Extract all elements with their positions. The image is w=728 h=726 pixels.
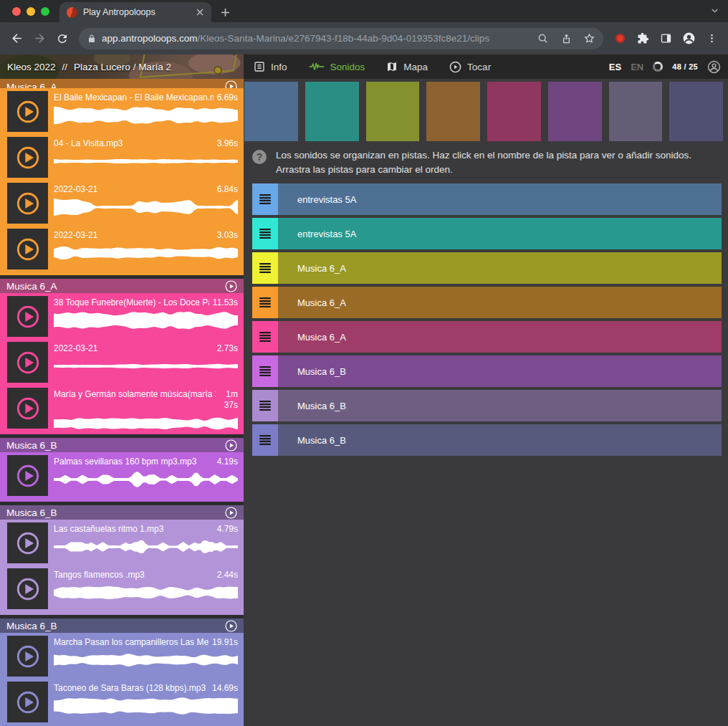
clip-duration: 14.69s bbox=[212, 683, 238, 693]
track-name-button[interactable]: Musica 6_B bbox=[278, 355, 722, 387]
clip-play-button[interactable] bbox=[7, 183, 48, 224]
zoom-icon[interactable] bbox=[535, 30, 552, 47]
track-name-button[interactable]: Musica 6_B bbox=[278, 390, 722, 421]
address-bar[interactable]: app.antropoloops.com/Kleos-Santa-Marina/… bbox=[79, 28, 603, 49]
track-row[interactable]: Musica 6_B bbox=[252, 424, 722, 456]
side-panel-icon[interactable] bbox=[655, 28, 676, 49]
close-window-button[interactable] bbox=[12, 7, 21, 16]
clip-play-button[interactable] bbox=[7, 229, 48, 269]
breadcrumb[interactable]: Kleos 2022 // Plaza Lucero / María 2 bbox=[0, 54, 244, 79]
reload-button[interactable] bbox=[52, 28, 73, 49]
track-color-swatch[interactable] bbox=[669, 82, 723, 141]
track-drag-handle[interactable] bbox=[252, 424, 278, 456]
track-drag-handle[interactable] bbox=[252, 355, 278, 387]
track-row[interactable]: Musica 6_A bbox=[252, 321, 722, 353]
breadcrumb-project[interactable]: Kleos 2022 bbox=[7, 62, 56, 72]
browser-menu-icon[interactable] bbox=[701, 28, 722, 49]
clip-row[interactable]: El Baile Mexicapan - El Baile Mexicapan.… bbox=[0, 88, 244, 134]
clip-row[interactable]: Taconeo de Sara Baras (128 kbps).mp3 14.… bbox=[0, 679, 244, 725]
track-drag-handle[interactable] bbox=[252, 390, 278, 421]
track-drag-handle[interactable] bbox=[252, 321, 278, 353]
extensions-puzzle-icon[interactable] bbox=[632, 28, 653, 49]
tab-close-icon[interactable] bbox=[194, 6, 206, 18]
track-row[interactable]: Musica 6_B bbox=[252, 355, 722, 387]
nav-tab-info[interactable]: Info bbox=[254, 61, 287, 72]
fullscreen-window-button[interactable] bbox=[41, 7, 49, 16]
nav-tab-tocar[interactable]: Tocar bbox=[449, 61, 491, 73]
lang-es-button[interactable]: ES bbox=[609, 62, 621, 72]
profile-avatar-icon[interactable] bbox=[678, 28, 699, 49]
clip-play-button[interactable] bbox=[7, 455, 48, 496]
section-header[interactable]: Musica 6_B bbox=[0, 618, 244, 633]
clip-row[interactable]: 2022-03-21 6.84s bbox=[0, 180, 244, 226]
section-header[interactable]: Musica 6_B bbox=[0, 438, 244, 452]
clip-play-button[interactable] bbox=[7, 342, 48, 383]
track-color-swatch[interactable] bbox=[548, 82, 602, 141]
section-header[interactable]: Musica 6_B bbox=[0, 505, 244, 520]
url-text[interactable]: app.antropoloops.com/Kleos-Santa-Marina/… bbox=[102, 33, 529, 44]
section-header[interactable]: Musica 6_A bbox=[0, 279, 244, 293]
section-play-icon[interactable] bbox=[225, 280, 237, 292]
clip-row[interactable]: Marcha Pasan los campanilleros Las Mejor… bbox=[0, 633, 244, 679]
clip-row[interactable]: Tangos flamencos .mp3 2.44s bbox=[0, 565, 244, 611]
track-drag-handle[interactable] bbox=[252, 252, 278, 284]
track-name-button[interactable]: Musica 6_B bbox=[278, 424, 722, 456]
track-color-swatch[interactable] bbox=[426, 82, 480, 141]
track-color-swatch[interactable] bbox=[366, 82, 420, 141]
tab-search-chevron-icon[interactable] bbox=[710, 6, 719, 15]
clip-play-button[interactable] bbox=[7, 91, 48, 132]
track-color-swatch[interactable] bbox=[244, 82, 298, 141]
clip-row[interactable]: 38 Toque Funebre(Muerte) - Los Doce Par.… bbox=[0, 293, 244, 339]
track-row[interactable]: Musica 6_A bbox=[252, 252, 722, 284]
track-name-button[interactable]: Musica 6_A bbox=[278, 287, 722, 318]
account-icon[interactable] bbox=[707, 60, 721, 74]
clip-play-button[interactable] bbox=[7, 636, 48, 677]
track-color-swatch[interactable] bbox=[609, 82, 663, 141]
nav-tab-sonidos[interactable]: Sonidos bbox=[309, 61, 365, 72]
clip-play-button[interactable] bbox=[7, 388, 48, 429]
share-icon[interactable] bbox=[557, 30, 575, 47]
forward-button[interactable] bbox=[29, 28, 50, 49]
clip-row[interactable]: Palmas sevillanas 160 bpm mp3.mp3 4.19s bbox=[0, 452, 244, 498]
section-title: Musica 6_B bbox=[6, 440, 219, 451]
track-row[interactable]: Musica 6_A bbox=[252, 287, 722, 318]
clip-play-button[interactable] bbox=[7, 137, 48, 178]
lang-en-button[interactable]: EN bbox=[631, 62, 643, 72]
clip-row[interactable]: 04 - La Visita.mp3 3.96s bbox=[0, 134, 244, 180]
bookmark-star-icon[interactable] bbox=[580, 30, 598, 47]
breadcrumb-page[interactable]: Plaza Lucero / María 2 bbox=[74, 62, 171, 72]
back-button[interactable] bbox=[6, 28, 27, 49]
clip-play-button[interactable] bbox=[7, 296, 48, 337]
track-name-button[interactable]: entrevistas 5A bbox=[278, 218, 722, 249]
track-color-swatch[interactable] bbox=[305, 82, 359, 141]
track-name-button[interactable]: Musica 6_A bbox=[278, 321, 722, 353]
track-name-button[interactable]: Musica 6_A bbox=[278, 252, 722, 284]
track-drag-handle[interactable] bbox=[252, 183, 278, 215]
track-drag-handle[interactable] bbox=[252, 218, 278, 249]
tab-title: Play Antropoloops bbox=[83, 7, 188, 17]
track-name-button[interactable]: entrevistas 5A bbox=[278, 183, 722, 215]
clip-play-button[interactable] bbox=[7, 522, 48, 563]
section-play-icon[interactable] bbox=[225, 620, 237, 632]
track-drag-handle[interactable] bbox=[252, 287, 278, 318]
track-row[interactable]: entrevistas 5A bbox=[252, 183, 722, 215]
recording-extension-icon[interactable] bbox=[609, 28, 631, 49]
clip-play-button[interactable] bbox=[7, 682, 48, 722]
track-color-swatch[interactable] bbox=[487, 82, 541, 141]
clips-sidebar: Musica 6_A El Baile Mexicapan - El Baile… bbox=[0, 79, 244, 726]
track-row[interactable]: Musica 6_B bbox=[252, 390, 722, 421]
section-play-icon[interactable] bbox=[225, 439, 237, 452]
new-tab-button[interactable] bbox=[216, 3, 234, 22]
section-play-icon[interactable] bbox=[225, 80, 237, 88]
clip-play-button[interactable] bbox=[7, 568, 48, 609]
browser-tab[interactable]: Play Antropoloops bbox=[59, 2, 211, 22]
section-header[interactable]: Musica 6_A bbox=[0, 79, 244, 88]
nav-tab-mapa[interactable]: Mapa bbox=[386, 61, 428, 72]
track-row[interactable]: entrevistas 5A bbox=[252, 218, 722, 249]
clip-row[interactable]: 2022-03-21 2.73s bbox=[0, 339, 244, 385]
clip-row[interactable]: 2022-03-21 3.03s bbox=[0, 226, 244, 272]
clip-row[interactable]: María y Germán solamente música(maría 2.… bbox=[0, 385, 244, 431]
clip-row[interactable]: Las castañuelas ritmo 1.mp3 4.79s bbox=[0, 520, 244, 565]
section-play-icon[interactable] bbox=[225, 507, 237, 519]
minimize-window-button[interactable] bbox=[27, 7, 35, 16]
